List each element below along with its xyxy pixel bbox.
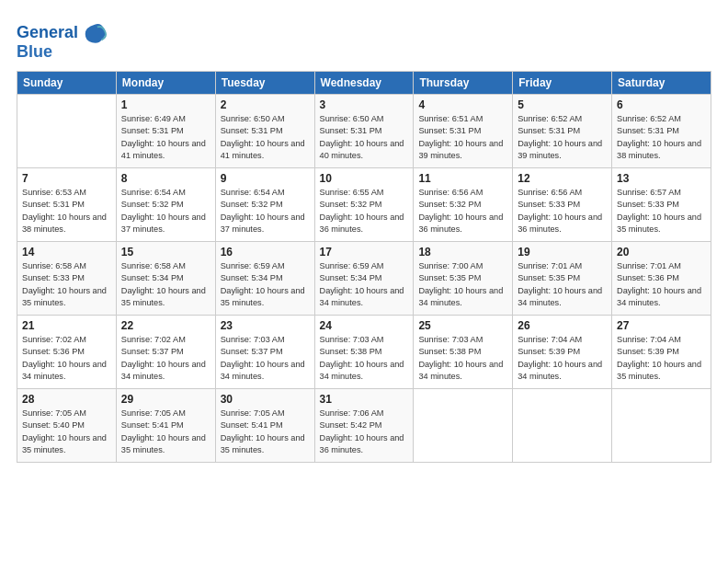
day-number: 30	[221, 393, 310, 406]
day-cell: 26Sunrise: 7:04 AMSunset: 5:39 PMDayligh…	[513, 316, 612, 389]
day-number: 14	[22, 246, 111, 259]
calendar-table: SundayMondayTuesdayWednesdayThursdayFrid…	[17, 71, 711, 463]
day-info: Sunrise: 6:52 AMSunset: 5:31 PMDaylight:…	[617, 113, 706, 162]
week-row-2: 7Sunrise: 6:53 AMSunset: 5:31 PMDaylight…	[17, 168, 711, 242]
day-cell: 8Sunrise: 6:54 AMSunset: 5:32 PMDaylight…	[116, 168, 215, 242]
day-number: 28	[22, 393, 111, 406]
day-number: 9	[221, 172, 310, 185]
day-info: Sunrise: 7:05 AMSunset: 5:41 PMDaylight:…	[221, 408, 310, 456]
day-cell: 5Sunrise: 6:52 AMSunset: 5:31 PMDaylight…	[513, 95, 612, 168]
day-number: 10	[320, 172, 409, 185]
day-info: Sunrise: 7:02 AMSunset: 5:37 PMDaylight:…	[121, 334, 210, 383]
day-cell: 16Sunrise: 6:59 AMSunset: 5:34 PMDayligh…	[215, 242, 314, 316]
day-info: Sunrise: 6:56 AMSunset: 5:32 PMDaylight:…	[418, 187, 507, 236]
day-info: Sunrise: 7:04 AMSunset: 5:39 PMDaylight:…	[518, 334, 607, 383]
page: General Blue SundayMondayTuesdayWe	[0, 0, 728, 563]
day-info: Sunrise: 6:59 AMSunset: 5:34 PMDaylight:…	[320, 260, 409, 309]
day-number: 1	[121, 98, 210, 111]
day-number: 11	[418, 172, 507, 185]
day-cell: 24Sunrise: 7:03 AMSunset: 5:38 PMDayligh…	[314, 316, 414, 389]
day-cell: 17Sunrise: 6:59 AMSunset: 5:34 PMDayligh…	[314, 242, 414, 316]
day-number: 6	[617, 98, 706, 111]
logo-icon	[82, 20, 108, 46]
week-row-1: 1Sunrise: 6:49 AMSunset: 5:31 PMDaylight…	[17, 95, 711, 168]
header: General Blue	[17, 17, 711, 62]
day-number: 4	[418, 98, 507, 111]
day-cell: 25Sunrise: 7:03 AMSunset: 5:38 PMDayligh…	[414, 316, 513, 389]
header-cell-friday: Friday	[513, 72, 612, 95]
day-info: Sunrise: 6:52 AMSunset: 5:31 PMDaylight:…	[518, 113, 607, 162]
day-info: Sunrise: 6:53 AMSunset: 5:31 PMDaylight:…	[22, 187, 111, 236]
day-info: Sunrise: 6:59 AMSunset: 5:34 PMDaylight:…	[221, 260, 310, 309]
day-number: 19	[518, 246, 607, 259]
day-cell	[513, 389, 612, 463]
day-info: Sunrise: 7:04 AMSunset: 5:39 PMDaylight:…	[617, 334, 706, 383]
day-number: 17	[320, 246, 409, 259]
day-cell: 13Sunrise: 6:57 AMSunset: 5:33 PMDayligh…	[612, 168, 711, 242]
logo-line2: Blue	[17, 42, 52, 62]
day-info: Sunrise: 6:51 AMSunset: 5:31 PMDaylight:…	[418, 113, 507, 162]
day-cell: 1Sunrise: 6:49 AMSunset: 5:31 PMDaylight…	[116, 95, 215, 168]
day-cell: 10Sunrise: 6:55 AMSunset: 5:32 PMDayligh…	[314, 168, 414, 242]
day-info: Sunrise: 7:01 AMSunset: 5:35 PMDaylight:…	[518, 260, 607, 309]
week-row-4: 21Sunrise: 7:02 AMSunset: 5:36 PMDayligh…	[17, 316, 711, 389]
day-cell	[414, 389, 513, 463]
day-info: Sunrise: 6:56 AMSunset: 5:33 PMDaylight:…	[518, 187, 607, 236]
day-info: Sunrise: 6:50 AMSunset: 5:31 PMDaylight:…	[221, 113, 310, 162]
day-number: 21	[22, 319, 111, 332]
day-cell: 30Sunrise: 7:05 AMSunset: 5:41 PMDayligh…	[215, 389, 314, 463]
day-cell: 6Sunrise: 6:52 AMSunset: 5:31 PMDaylight…	[612, 95, 711, 168]
day-cell: 12Sunrise: 6:56 AMSunset: 5:33 PMDayligh…	[513, 168, 612, 242]
header-cell-wednesday: Wednesday	[314, 72, 414, 95]
day-info: Sunrise: 6:50 AMSunset: 5:31 PMDaylight:…	[320, 113, 409, 162]
day-number: 25	[418, 319, 507, 332]
logo-text: General	[17, 24, 78, 42]
day-info: Sunrise: 7:03 AMSunset: 5:38 PMDaylight:…	[418, 334, 507, 383]
day-info: Sunrise: 6:57 AMSunset: 5:33 PMDaylight:…	[617, 187, 706, 236]
week-row-5: 28Sunrise: 7:05 AMSunset: 5:40 PMDayligh…	[17, 389, 711, 463]
day-cell: 19Sunrise: 7:01 AMSunset: 5:35 PMDayligh…	[513, 242, 612, 316]
day-info: Sunrise: 6:58 AMSunset: 5:33 PMDaylight:…	[22, 260, 111, 309]
header-cell-tuesday: Tuesday	[215, 72, 314, 95]
day-cell: 15Sunrise: 6:58 AMSunset: 5:34 PMDayligh…	[116, 242, 215, 316]
day-cell: 22Sunrise: 7:02 AMSunset: 5:37 PMDayligh…	[116, 316, 215, 389]
logo: General Blue	[17, 20, 108, 62]
day-number: 13	[617, 172, 706, 185]
day-number: 3	[320, 98, 409, 111]
week-row-3: 14Sunrise: 6:58 AMSunset: 5:33 PMDayligh…	[17, 242, 711, 316]
day-number: 5	[518, 98, 607, 111]
day-cell: 18Sunrise: 7:00 AMSunset: 5:35 PMDayligh…	[414, 242, 513, 316]
day-number: 20	[617, 246, 706, 259]
day-number: 15	[121, 246, 210, 259]
day-cell: 14Sunrise: 6:58 AMSunset: 5:33 PMDayligh…	[17, 242, 117, 316]
day-number: 8	[121, 172, 210, 185]
day-number: 27	[617, 319, 706, 332]
day-number: 23	[221, 319, 310, 332]
day-info: Sunrise: 7:03 AMSunset: 5:37 PMDaylight:…	[221, 334, 310, 383]
day-cell: 3Sunrise: 6:50 AMSunset: 5:31 PMDaylight…	[314, 95, 414, 168]
day-cell: 27Sunrise: 7:04 AMSunset: 5:39 PMDayligh…	[612, 316, 711, 389]
day-cell: 23Sunrise: 7:03 AMSunset: 5:37 PMDayligh…	[215, 316, 314, 389]
day-info: Sunrise: 7:00 AMSunset: 5:35 PMDaylight:…	[418, 260, 507, 309]
day-cell: 4Sunrise: 6:51 AMSunset: 5:31 PMDaylight…	[414, 95, 513, 168]
day-cell: 7Sunrise: 6:53 AMSunset: 5:31 PMDaylight…	[17, 168, 117, 242]
day-cell	[17, 95, 117, 168]
day-cell: 29Sunrise: 7:05 AMSunset: 5:41 PMDayligh…	[116, 389, 215, 463]
day-number: 18	[418, 246, 507, 259]
header-cell-thursday: Thursday	[414, 72, 513, 95]
day-info: Sunrise: 6:54 AMSunset: 5:32 PMDaylight:…	[221, 187, 310, 236]
day-number: 16	[221, 246, 310, 259]
header-cell-saturday: Saturday	[612, 72, 711, 95]
day-cell: 2Sunrise: 6:50 AMSunset: 5:31 PMDaylight…	[215, 95, 314, 168]
day-number: 2	[221, 98, 310, 111]
day-info: Sunrise: 7:01 AMSunset: 5:36 PMDaylight:…	[617, 260, 706, 309]
day-cell: 28Sunrise: 7:05 AMSunset: 5:40 PMDayligh…	[17, 389, 117, 463]
day-number: 31	[320, 393, 409, 406]
day-info: Sunrise: 6:49 AMSunset: 5:31 PMDaylight:…	[121, 113, 210, 162]
day-cell: 20Sunrise: 7:01 AMSunset: 5:36 PMDayligh…	[612, 242, 711, 316]
day-info: Sunrise: 7:03 AMSunset: 5:38 PMDaylight:…	[320, 334, 409, 383]
day-info: Sunrise: 6:55 AMSunset: 5:32 PMDaylight:…	[320, 187, 409, 236]
day-number: 29	[121, 393, 210, 406]
day-cell: 9Sunrise: 6:54 AMSunset: 5:32 PMDaylight…	[215, 168, 314, 242]
day-number: 12	[518, 172, 607, 185]
